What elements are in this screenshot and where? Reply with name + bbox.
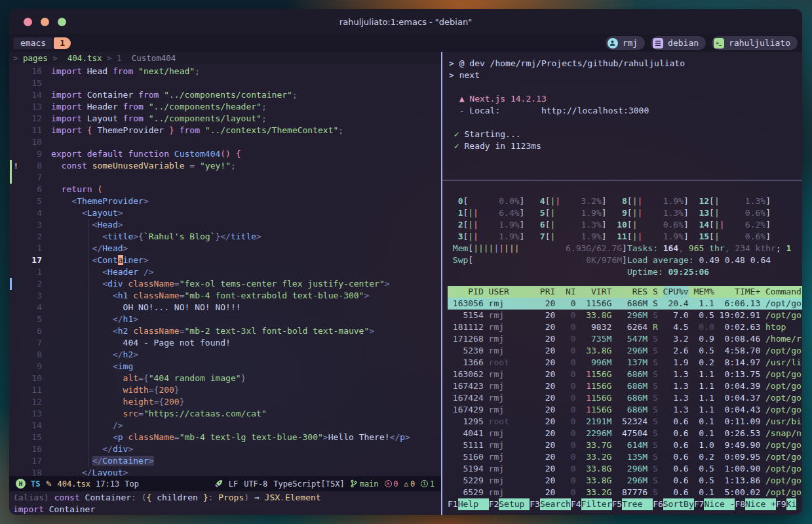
error-count[interactable]: ×0 xyxy=(385,479,398,489)
cpu-percent: 0.6% xyxy=(745,231,765,243)
line-number: 2 xyxy=(18,278,42,290)
fkey-f1[interactable]: F1Help xyxy=(448,498,489,510)
pane-container: > pages > 404.tsx > 1 Custom404 16import… xyxy=(9,52,802,515)
line-number: 6 xyxy=(18,325,42,337)
process-row[interactable]: 1366root200996M137MS1.90.28:14.97/usr/li xyxy=(448,357,802,369)
process-row[interactable]: 6529rmj20033.2G87776S0.60.15:00.02/opt/g… xyxy=(448,487,802,498)
code-text: import Container from "../components/con… xyxy=(42,89,298,101)
maximize-button[interactable] xyxy=(58,18,66,26)
fringe xyxy=(9,396,18,408)
process-row[interactable]: 1295root2002191M52324S0.60.10:11.09/usr/… xyxy=(448,416,802,428)
close-button[interactable] xyxy=(24,18,32,26)
process-row[interactable]: 5229rmj20033.8G296MS0.60.51:13.86/opt/go xyxy=(448,475,802,487)
code-line: 4 <Layout> xyxy=(9,207,441,219)
mem-tasks-row: Mem[|||||||||6.93G/62.7G]Tasks: 164, 965… xyxy=(448,243,802,254)
process-row[interactable]: 167429rmj2001156G686MS1.31.10:04.43/opt/… xyxy=(448,404,802,416)
column-header-cpu[interactable]: CPU%▽ xyxy=(663,286,689,298)
cpu-id: 8 xyxy=(617,195,627,207)
minimize-button[interactable] xyxy=(41,18,49,26)
cpu-id: 7 xyxy=(535,231,545,243)
code-text: <Header /> xyxy=(42,266,154,278)
terminal-line: ▲ Next.js 14.2.13 xyxy=(449,93,802,105)
column-header-pri[interactable]: PRI xyxy=(540,286,555,298)
status-badge-debian[interactable]: debian xyxy=(651,36,706,50)
process-row[interactable]: 167424rmj2001156G686MS1.31.10:04.37/opt/… xyxy=(448,392,802,404)
dev-server-pane[interactable]: > @ dev /home/rmj/Projects/github/rahulj… xyxy=(442,52,802,180)
process-row[interactable]: 5160rmj20033.2G135MS0.60.20:09.95/opt/go xyxy=(448,451,802,463)
cpu-bars: | xyxy=(714,207,720,219)
fkey-f9[interactable]: F9Ki xyxy=(776,498,796,510)
fkey-f2[interactable]: F2Setup xyxy=(489,498,530,510)
fkey-f4[interactable]: F4Filter xyxy=(571,498,612,510)
line-number: 7 xyxy=(18,337,42,349)
line-number: 12 xyxy=(18,396,42,408)
code-line: 3 <h1 className="mb-4 font-extrabold tex… xyxy=(9,290,441,302)
terminal-window: rahuljuliato:1:emacs - "debian" emacs 1 … xyxy=(9,9,802,515)
tmux-window-tab[interactable]: emacs 1 xyxy=(14,36,71,50)
process-row[interactable]: 167423rmj2001156G686MS1.31.10:04.39/opt/… xyxy=(448,380,802,392)
major-mode[interactable]: TypeScript[TSX] xyxy=(273,479,344,489)
process-row[interactable]: 4041rmj2002296M47504S0.60.10:26.53/snap/… xyxy=(448,428,802,439)
code-text: </h2> xyxy=(42,349,138,361)
line-number: 6 xyxy=(18,184,42,195)
process-row[interactable]: 5230rmj20033.8G296MS2.60.54:58.70/opt/go xyxy=(448,345,802,357)
process-row[interactable]: 163062rmj2001156G686MS1.31.10:13.75/opt/… xyxy=(448,369,802,380)
code-text: /> xyxy=(42,420,123,432)
column-header-res[interactable]: RES xyxy=(617,286,648,298)
code-text: <title>{`Rahul's Blog`}</title> xyxy=(42,231,261,243)
process-row[interactable]: 181112rmj20098326264R4.50.00:02.63htop xyxy=(448,321,802,333)
code-text: </h1> xyxy=(42,313,138,325)
code-text: </Head> xyxy=(42,243,128,254)
cpu-percent: 1.9% xyxy=(581,207,601,219)
cpu-meter-1: 1[||6.4%] xyxy=(453,207,525,219)
cursor-position: 17:13 xyxy=(96,479,119,489)
modeline-filename[interactable]: 404.tsx xyxy=(58,479,91,489)
git-branch[interactable]: main xyxy=(351,479,379,489)
fringe xyxy=(9,148,18,160)
htop-pane[interactable]: 0[0.0%]4[||3.2%]8[||1.9%]12[|1.3%]1[||6.… xyxy=(442,181,802,515)
line-number: 11 xyxy=(18,384,42,396)
fkey-f3[interactable]: F3Search xyxy=(530,498,571,510)
fringe xyxy=(9,125,18,136)
column-header-ni[interactable]: NI xyxy=(560,286,575,298)
process-row[interactable]: 5194rmj20033.8G296MS0.60.51:00.90/opt/go xyxy=(448,463,802,475)
cpu-meter-4: 4[||3.2%] xyxy=(535,195,607,207)
warning-count[interactable]: △0 xyxy=(404,479,416,489)
fkey-f8[interactable]: F8Nice + xyxy=(735,498,776,510)
column-header-command[interactable]: Command xyxy=(765,286,802,298)
process-row[interactable]: 163056rmj2001156G686MS20.41.16:06.13/opt… xyxy=(448,298,802,310)
cpu-meter-11: 11[||1.9%] xyxy=(617,231,689,243)
cpu-meter-7: 7[|1.9%] xyxy=(535,231,607,243)
cpu-bars: | xyxy=(632,219,638,231)
line-number: 5 xyxy=(18,313,42,325)
status-badge-rahuljuliato[interactable]: >_rahuljuliato xyxy=(712,36,798,50)
process-row[interactable]: 5111rmj20033.7G614MS0.61.09:49.90/opt/go xyxy=(448,439,802,451)
fringe xyxy=(9,373,18,384)
fkey-f5[interactable]: F5Tree xyxy=(612,498,653,510)
column-header-time[interactable]: TIME+ xyxy=(720,286,761,298)
info-count[interactable]: i1 xyxy=(421,479,435,489)
terminal-line: ✓ Ready in 1123ms xyxy=(449,140,802,152)
echo-area: (alias) const Container: ({ children }: … xyxy=(9,491,441,515)
column-header-user[interactable]: USER xyxy=(489,286,535,298)
column-header-virt[interactable]: VIRT xyxy=(581,286,611,298)
process-row[interactable]: 171268rmj200735M547MS3.20.90:08.46/home/… xyxy=(448,333,802,345)
cpu-bars: | xyxy=(714,231,720,243)
code-text: </Container> xyxy=(42,455,154,467)
status-badge-rmj[interactable]: rmj xyxy=(606,36,645,50)
fkey-f6[interactable]: F6SortBy xyxy=(653,498,694,510)
code-text: </Layout> xyxy=(42,467,128,476)
emacs-pane[interactable]: > pages > 404.tsx > 1 Custom404 16import… xyxy=(9,52,441,515)
code-text: <p className="mb-4 text-lg text-blue-300… xyxy=(42,432,410,443)
column-header-s[interactable]: S xyxy=(653,286,658,298)
fringe xyxy=(9,101,18,113)
column-header-mem[interactable]: MEM% xyxy=(694,286,714,298)
fkey-f7[interactable]: F7Nice - xyxy=(694,498,735,510)
process-row[interactable]: 5154rmj20033.8G296MS7.00.519:02.91/opt/g… xyxy=(448,310,802,321)
column-header-pid[interactable]: PID xyxy=(448,286,484,298)
line-number: 11 xyxy=(18,125,42,136)
code-editor[interactable]: 16import Head from "next/head";1514impor… xyxy=(9,64,441,476)
process-virt: 33.8G xyxy=(581,463,611,475)
mem-meter-label: Mem xyxy=(453,243,468,254)
status-badge-label: debian xyxy=(668,38,699,48)
